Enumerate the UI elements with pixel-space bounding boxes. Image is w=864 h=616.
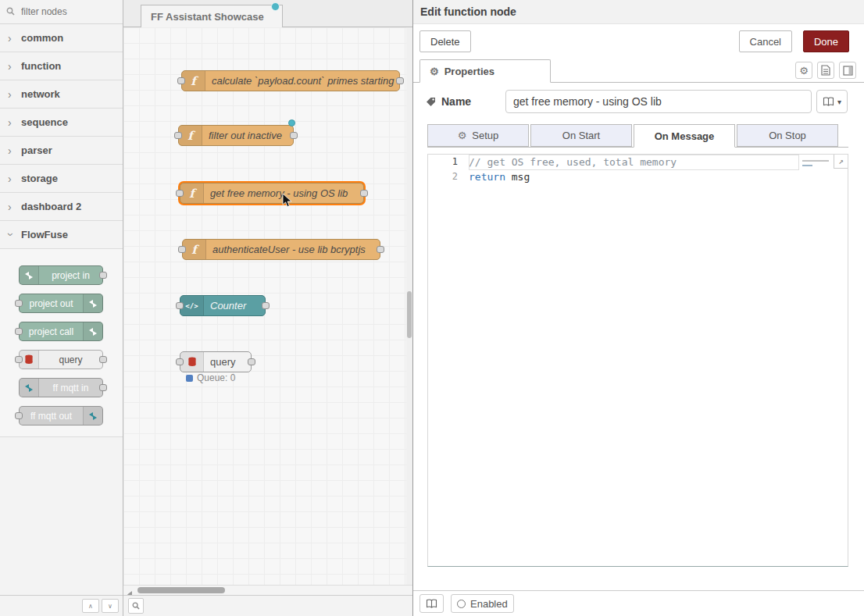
node-query[interactable]: query [180,351,252,372]
tab-on-message[interactable]: On Message [634,124,735,148]
output-port [99,272,107,279]
project-arrows-icon [83,322,102,340]
input-port [15,412,23,419]
canvas-horizontal-scrollbar[interactable] [123,585,412,596]
input-port [176,302,184,309]
palette-search [0,0,123,24]
collapse-all-button[interactable]: ∧ [82,599,99,613]
horizontal-scroll-thumb[interactable] [137,587,225,593]
library-dropdown-button[interactable]: ▾ [816,90,848,113]
chevron-right-icon: › [8,60,14,73]
book-icon [426,599,437,608]
output-port [360,190,368,197]
workspace-tabbar: FF Assistant Showcase [123,0,412,27]
palette-node-label: ff mqtt in [39,379,102,397]
node-label: get free memory - using OS lib [204,183,363,203]
mqtt-icon [83,407,102,425]
palette-category-function[interactable]: ›function [0,52,123,80]
palette-category-common[interactable]: ›common [0,24,123,52]
palette-node-query[interactable]: query [19,350,103,369]
output-port [396,77,404,84]
project-arrows-icon [20,266,39,284]
line-number: 1 [428,155,469,169]
palette-node-ff-mqtt-out[interactable]: ff mqtt out [19,406,103,426]
document-icon [821,65,830,76]
name-input[interactable] [505,90,812,113]
node-authenticate-user[interactable]: f authenticateUser - use lib bcryptjs [182,239,380,260]
tab-on-stop[interactable]: On Stop [737,124,838,147]
expand-all-button[interactable]: ∨ [102,599,119,613]
palette-category-storage[interactable]: ›storage [0,165,123,193]
editor-minimap [802,158,832,166]
code-icon: </> [180,296,204,315]
palette-node-project-in[interactable]: project in [19,265,103,285]
properties-tab-label: Properties [444,66,494,77]
palette-category-dashboard2[interactable]: ›dashboard 2 [0,193,123,221]
edit-panel-footer: Enabled [413,590,864,616]
status-dot-icon [186,375,193,382]
palette-search-input[interactable] [20,5,109,18]
output-port [262,302,270,309]
output-port [99,356,107,363]
input-port [15,300,23,307]
done-button[interactable]: Done [803,30,849,52]
chevron-right-icon: › [8,144,14,157]
node-label: Counter [204,296,265,315]
palette-node-label: project call [20,322,83,340]
tab-properties[interactable]: ⚙ Properties [420,59,551,83]
canvas-vertical-scrollbar[interactable] [406,27,412,586]
node-appearance-button[interactable] [839,62,856,79]
function-icon: f [182,71,205,91]
palette-node-project-call[interactable]: project call [19,322,103,341]
node-get-free-memory[interactable]: f get free memory - using OS lib [180,183,364,204]
input-port [178,246,186,253]
editor-expand-button[interactable]: ↗ [834,155,848,169]
palette-sidebar: ›common ›function ›network ›sequence ›pa… [0,0,123,616]
enabled-toggle-button[interactable]: Enabled [451,594,514,613]
gear-icon: ⚙ [458,130,467,141]
palette-category-parser[interactable]: ›parser [0,137,123,165]
function-icon: f [180,183,204,203]
palette-node-ff-mqtt-in[interactable]: ff mqtt in [19,378,103,397]
palette-category-flowfuse[interactable]: ›FlowFuse [0,221,123,249]
library-button[interactable] [420,594,444,613]
category-label: parser [21,144,52,156]
node-label: calculate `payload.count` primes startin… [205,71,399,91]
editor-icon-buttons: ⚙ [795,62,856,79]
palette-node-project-out[interactable]: project out [19,294,103,313]
palette-category-sequence[interactable]: ›sequence [0,109,123,137]
tab-setup[interactable]: ⚙ Setup [427,124,529,147]
edit-panel-header: Edit function node [413,0,864,24]
node-description-button[interactable] [817,62,834,79]
vertical-scroll-thumb[interactable] [407,291,412,338]
chevron-down-icon: › [5,233,17,239]
input-port [15,356,23,363]
flow-canvas[interactable]: f calculate `payload.count` primes start… [123,27,412,586]
node-calculate-primes[interactable]: f calculate `payload.count` primes start… [181,70,400,91]
output-port [377,246,384,253]
node-counter[interactable]: </> Counter [180,295,266,316]
database-icon [180,352,204,372]
book-icon [823,97,834,106]
code-comment: // get OS free, used, total memory [469,155,677,169]
delete-button[interactable]: Delete [420,30,471,52]
tag-icon [426,97,436,107]
function-icon: f [183,240,206,259]
tab-label: Setup [472,130,498,141]
flow-tab[interactable]: FF Assistant Showcase [141,5,283,27]
edit-panel-title: Edit function node [420,5,516,18]
palette-node-label: project out [20,294,83,312]
code-editor[interactable]: 1 // get OS free, used, total memory 2 r… [427,154,848,567]
node-settings-button[interactable]: ⚙ [795,62,812,79]
zoom-search-button[interactable] [128,598,144,614]
palette-category-network[interactable]: ›network [0,80,123,109]
tab-on-start[interactable]: On Start [530,124,632,147]
cancel-button[interactable]: Cancel [739,30,792,52]
chevron-right-icon: › [8,173,14,185]
palette-node-label: ff mqtt out [20,407,83,425]
code-keyword: return [469,171,505,183]
node-filter-out-inactive[interactable]: f filter out inactive [178,125,294,146]
function-icon: f [179,126,202,145]
edit-panel: Edit function node Delete Cancel Done ⚙ … [412,0,864,616]
gear-icon: ⚙ [799,65,809,77]
